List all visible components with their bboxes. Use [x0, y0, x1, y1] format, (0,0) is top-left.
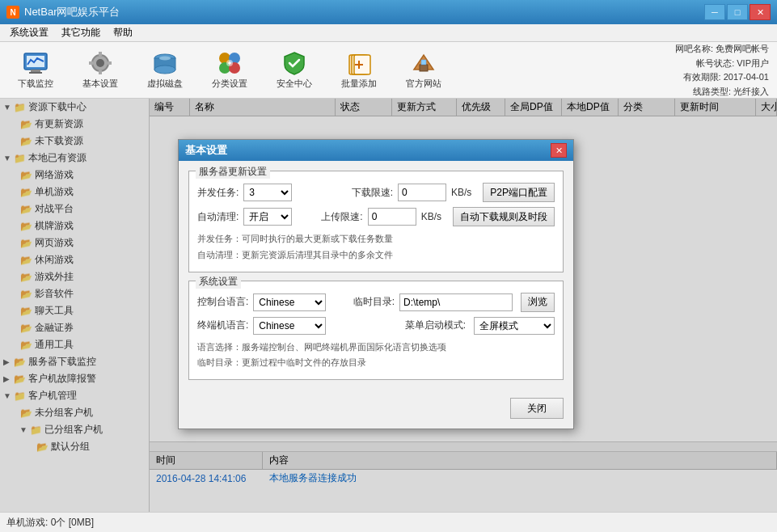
category-settings-icon — [217, 50, 243, 76]
auto-clean-label: 自动清理: — [197, 210, 239, 224]
concurrent-select[interactable]: 31245 — [243, 184, 292, 201]
maximize-button[interactable]: □ — [727, 4, 748, 20]
temp-dir-input[interactable] — [399, 293, 513, 311]
p2p-config-button[interactable]: P2P端口配置 — [483, 183, 555, 202]
menu-mode-label: 菜单启动模式: — [405, 319, 466, 332]
form-row-auto-clean: 自动清理: 开启关闭 上传限速: KB/s 自动下载规则及时段 — [197, 207, 555, 226]
menu-bar: 系统设置 其它功能 帮助 — [0, 24, 777, 42]
virtual-disk-icon — [152, 50, 178, 76]
toolbar-basic-settings[interactable]: 基本设置 — [71, 46, 129, 95]
svg-rect-26 — [421, 60, 426, 65]
dialog-footer: 关闭 — [179, 398, 573, 429]
download-speed-input[interactable] — [398, 184, 446, 201]
main-area: ▼ 📁 资源下载中心 📂 有更新资源 📂 未下载资源 ▼ 📁 本地已有资源 📂 … — [0, 99, 777, 512]
svg-rect-25 — [420, 65, 428, 71]
toolbar-batch-add[interactable]: 批量添加 — [330, 46, 388, 95]
window-controls: ─ □ ✕ — [704, 4, 771, 20]
menu-help[interactable]: 帮助 — [107, 24, 139, 41]
status-text: 单机游戏: 0个 [0MB] — [6, 516, 94, 530]
console-lang-label: 控制台语言: — [197, 295, 248, 309]
close-dialog-button[interactable]: 关闭 — [510, 398, 564, 419]
upload-speed-label: 上传限速: — [321, 210, 362, 224]
svg-rect-6 — [99, 52, 102, 56]
form-row-console-lang: 控制台语言: ChineseEnglish 临时目录: 浏览 — [197, 293, 555, 312]
system-settings-group: 系统设置 控制台语言: ChineseEnglish 临时目录: 浏览 — [188, 281, 564, 381]
temp-dir-label: 临时目录: — [353, 295, 395, 309]
browse-button[interactable]: 浏览 — [521, 293, 555, 312]
info-panel: 网吧名称: 免费网吧帐号 帐号状态: VIP用户 有效期限: 2017-04-0… — [675, 42, 769, 99]
auto-download-rule-button[interactable]: 自动下载规则及时段 — [453, 207, 555, 226]
toolbar-security-center[interactable]: 安全中心 — [265, 46, 323, 95]
menu-other-functions[interactable]: 其它功能 — [55, 24, 107, 41]
svg-point-19 — [226, 60, 233, 66]
svg-rect-3 — [29, 72, 42, 74]
batch-add-icon — [346, 50, 372, 76]
dialog-close-x-button[interactable]: ✕ — [551, 143, 567, 158]
toolbar-category-settings[interactable]: 分类设置 — [201, 46, 259, 95]
settings-dialog: 基本设置 ✕ 服务器更新设置 并发任务: 31245 下载限速: — [178, 139, 574, 429]
status-bar: 单机游戏: 0个 [0MB] — [0, 512, 777, 532]
auto-clean-select[interactable]: 开启关闭 — [243, 208, 292, 226]
console-lang-select[interactable]: ChineseEnglish — [253, 293, 326, 311]
svg-rect-2 — [31, 70, 40, 72]
title-bar: N NetBar网吧娱乐平台 ─ □ ✕ — [0, 0, 777, 24]
app-icon: N — [6, 6, 19, 19]
download-speed-unit: KB/s — [451, 187, 471, 198]
toolbar-download-monitor[interactable]: 下载监控 — [6, 46, 65, 95]
minimize-button[interactable]: ─ — [704, 4, 725, 20]
menu-system-settings[interactable]: 系统设置 — [3, 24, 55, 41]
svg-rect-8 — [89, 61, 93, 65]
toolbar-virtual-disk[interactable]: 虚拟磁盘 — [136, 46, 194, 95]
upload-speed-unit: KB/s — [421, 211, 441, 222]
security-center-icon — [281, 50, 307, 76]
app-title: NetBar网吧娱乐平台 — [24, 5, 704, 19]
official-website-icon — [411, 50, 437, 76]
toolbar-basic-settings-label: 基本设置 — [82, 78, 118, 90]
toolbar: 下载监控 基本设置 虚拟磁盘 — [0, 42, 777, 99]
terminal-lang-label: 终端机语言: — [197, 319, 248, 332]
dialog-title-bar: 基本设置 ✕ — [179, 140, 573, 161]
svg-point-14 — [159, 57, 171, 61]
download-speed-label: 下载限速: — [352, 186, 393, 200]
toolbar-official-website-label: 官方网站 — [406, 78, 441, 90]
form-row-concurrent: 并发任务: 31245 下载限速: KB/s P2P端口配置 — [197, 183, 555, 202]
server-settings-title: 服务器更新设置 — [196, 165, 270, 179]
system-settings-title: 系统设置 — [196, 275, 241, 289]
svg-rect-7 — [99, 70, 102, 74]
toolbar-security-center-label: 安全中心 — [277, 78, 312, 90]
toolbar-official-website[interactable]: 官方网站 — [395, 46, 453, 95]
toolbar-category-settings-label: 分类设置 — [212, 78, 247, 90]
server-settings-group: 服务器更新设置 并发任务: 31245 下载限速: KB/s P2P端口配置 — [188, 171, 564, 272]
svg-point-13 — [154, 65, 175, 74]
toolbar-download-monitor-label: 下载监控 — [18, 78, 53, 90]
modal-overlay: 基本设置 ✕ 服务器更新设置 并发任务: 31245 下载限速: — [0, 99, 777, 512]
hint-concurrent: 并发任务：可同时执行的最大更新或下载任务数量 自动清理：更新完资源后清理其目录中… — [197, 231, 555, 264]
concurrent-label: 并发任务: — [197, 186, 239, 200]
toolbar-batch-add-label: 批量添加 — [341, 78, 377, 90]
dialog-title: 基本设置 — [185, 143, 551, 158]
menu-mode-select[interactable]: 全屏模式窗口模式 — [474, 317, 555, 335]
svg-point-5 — [96, 59, 104, 67]
dialog-body: 服务器更新设置 并发任务: 31245 下载限速: KB/s P2P端口配置 — [179, 161, 573, 398]
terminal-lang-select[interactable]: ChineseEnglish — [253, 317, 326, 335]
close-window-button[interactable]: ✕ — [750, 4, 771, 20]
form-row-terminal-lang: 终端机语言: ChineseEnglish 菜单启动模式: 全屏模式窗口模式 — [197, 317, 555, 335]
svg-rect-9 — [108, 61, 112, 65]
toolbar-virtual-disk-label: 虚拟磁盘 — [147, 78, 183, 90]
upload-speed-input[interactable] — [368, 208, 416, 226]
download-monitor-icon — [23, 50, 49, 76]
system-hints: 语言选择：服务端控制台、网吧终端机界面国际化语言切换选项 临时目录：更新过程中临… — [197, 340, 555, 372]
basic-settings-icon — [87, 50, 113, 76]
